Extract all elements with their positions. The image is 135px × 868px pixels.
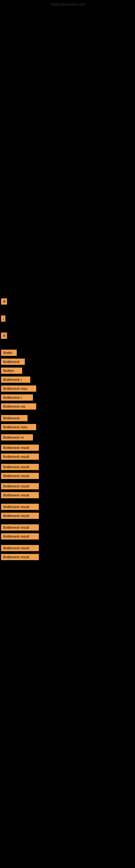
bottleneck-item-4: Bottle <box>1 350 17 356</box>
bottleneck-item-10: Bottleneck res <box>1 403 36 410</box>
bottleneck-item-13: Bottleneck re <box>1 434 33 440</box>
bottleneck-item-14: Bottleneck result <box>1 444 39 451</box>
bottleneck-item-16: Bottleneck result <box>1 464 39 470</box>
bottleneck-item-24: Bottleneck result <box>1 545 39 551</box>
site-title: TheBottlenecker.com <box>50 2 85 6</box>
bottleneck-item-9: Bottleneck r <box>1 394 33 401</box>
bottleneck-list: B|BBottleBottleneckBottlenBottleneck rBo… <box>0 299 135 562</box>
bottleneck-item-23: Bottleneck result <box>1 533 39 539</box>
bottleneck-item-22: Bottleneck result <box>1 524 39 531</box>
bottleneck-item-19: Bottleneck result <box>1 492 39 498</box>
bottleneck-item-1: B <box>1 299 7 305</box>
bottleneck-item-12: Bottleneck resu <box>1 424 36 430</box>
bottleneck-item-8: Bottleneck resu <box>1 385 36 392</box>
bottleneck-item-11: Bottleneck <box>1 415 28 421</box>
bottleneck-item-21: Bottleneck result <box>1 513 39 519</box>
bottleneck-item-5: Bottleneck <box>1 359 25 365</box>
bottleneck-item-3: B <box>1 333 7 339</box>
bottleneck-item-15: Bottleneck result <box>1 454 39 460</box>
bottleneck-item-6: Bottlen <box>1 368 22 374</box>
bottleneck-item-17: Bottleneck result <box>1 473 39 479</box>
bottleneck-item-2: | <box>1 315 5 322</box>
bottleneck-item-20: Bottleneck result <box>1 504 39 510</box>
bottleneck-item-25: Bottleneck result <box>1 554 39 560</box>
bottleneck-item-7: Bottleneck r <box>1 376 30 383</box>
bottleneck-item-18: Bottleneck result <box>1 483 39 489</box>
